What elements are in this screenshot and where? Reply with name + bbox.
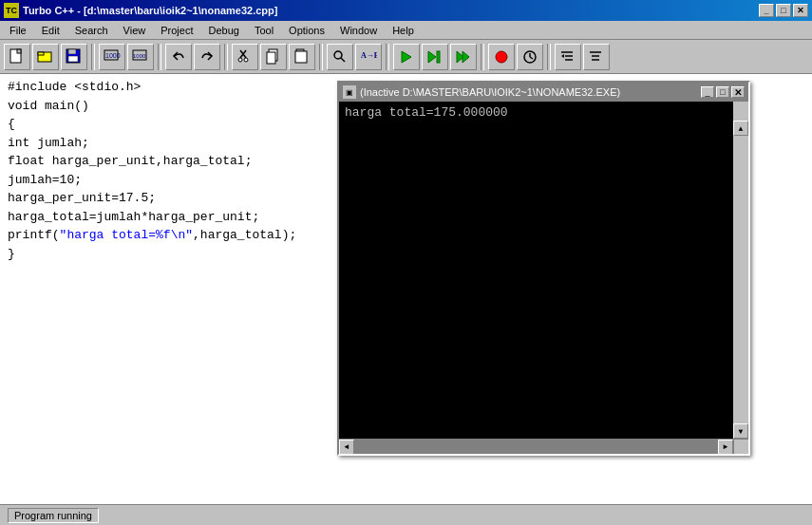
output-window-icon: ▣ <box>343 85 356 99</box>
output-title-buttons: _ □ ✕ <box>701 86 745 98</box>
menu-window[interactable]: Window <box>332 21 385 39</box>
output-title-text: (Inactive D:\MASTER\BARU\IOIK2~1\NONAME3… <box>360 86 620 98</box>
menu-file[interactable]: File <box>2 21 34 39</box>
svg-rect-5 <box>68 49 76 54</box>
output-scrollbar-horizontal[interactable]: ◄ ► <box>339 439 733 454</box>
status-text: Program running <box>8 508 99 523</box>
svg-marker-32 <box>561 54 564 58</box>
toolbar-btn-replace[interactable]: A→B <box>355 44 382 70</box>
menu-options[interactable]: Options <box>281 21 332 39</box>
minimize-button[interactable]: _ <box>759 4 774 17</box>
scroll-right-arrow[interactable]: ► <box>718 440 733 455</box>
output-wrapper: harga total=175.000000 ▲ ▼ ◄ ► <box>339 102 748 454</box>
toolbar-btn-breakpoint[interactable] <box>488 44 515 70</box>
toolbar-open-button[interactable] <box>32 44 59 70</box>
output-close-button[interactable]: ✕ <box>731 86 745 98</box>
svg-text:A→B: A→B <box>361 51 377 60</box>
svg-point-17 <box>334 51 342 59</box>
svg-rect-14 <box>267 52 275 64</box>
toolbar-sep-1 <box>91 44 95 70</box>
toolbar-btn-run[interactable]: 1000 <box>127 44 154 70</box>
menu-project[interactable]: Project <box>153 21 200 39</box>
svg-text:1000: 1000 <box>105 52 121 59</box>
svg-point-11 <box>238 58 242 62</box>
toolbar-btn-indent[interactable] <box>555 44 581 70</box>
toolbar-btn-step2[interactable] <box>450 44 477 70</box>
svg-point-12 <box>244 58 248 62</box>
toolbar-btn-unindent[interactable] <box>583 44 610 70</box>
maximize-button[interactable]: □ <box>776 4 791 17</box>
svg-rect-16 <box>295 51 307 63</box>
menu-tool[interactable]: Tool <box>247 21 281 39</box>
toolbar-btn-copy[interactable] <box>260 44 287 70</box>
scroll-left-arrow[interactable]: ◄ <box>339 440 354 455</box>
toolbar-save-button[interactable] <box>61 44 87 70</box>
menu-view[interactable]: View <box>116 21 154 39</box>
toolbar-btn-cut[interactable] <box>232 44 258 70</box>
output-content: harga total=175.000000 <box>339 102 733 439</box>
toolbar-btn-watch[interactable] <box>517 44 543 70</box>
app-icon: TC <box>4 3 19 18</box>
output-maximize-button[interactable]: □ <box>716 86 729 98</box>
scrollbar-corner <box>733 439 748 454</box>
output-title-bar: ▣ (Inactive D:\MASTER\BARU\IOIK2~1\NONAM… <box>339 83 748 102</box>
menu-help[interactable]: Help <box>385 21 422 39</box>
scroll-up-arrow[interactable]: ▲ <box>733 121 748 136</box>
toolbar-btn-redo[interactable] <box>194 44 220 70</box>
output-scrollbar-vertical[interactable]: ▲ ▼ <box>733 121 748 439</box>
title-bar-buttons: _ □ ✕ <box>759 4 808 17</box>
toolbar-btn-search[interactable] <box>327 44 353 70</box>
toolbar-btn-undo[interactable] <box>165 44 192 70</box>
output-title-left: ▣ (Inactive D:\MASTER\BARU\IOIK2~1\NONAM… <box>343 85 620 99</box>
title-bar-left: TC Turbo C++ - [d:\master\baru\ioik2~1\n… <box>4 3 277 18</box>
svg-point-25 <box>496 51 507 63</box>
toolbar-btn-paste[interactable] <box>289 44 315 70</box>
svg-rect-6 <box>68 56 78 62</box>
toolbar-sep-2 <box>158 44 161 70</box>
toolbar-btn-step[interactable] <box>422 44 448 70</box>
svg-line-18 <box>341 58 345 62</box>
scroll-h-track <box>354 440 718 454</box>
menu-edit[interactable]: Edit <box>34 21 67 39</box>
status-bar: Program running <box>0 504 812 525</box>
toolbar-btn-build[interactable] <box>393 44 420 70</box>
menu-bar: File Edit Search View Project Debug Tool… <box>0 21 812 40</box>
svg-rect-22 <box>437 51 440 63</box>
toolbar-sep-7 <box>547 44 551 70</box>
svg-line-28 <box>530 57 533 59</box>
toolbar-sep-3 <box>224 44 228 70</box>
toolbar: 1000 1000 <box>0 40 812 74</box>
svg-rect-1 <box>17 49 21 53</box>
output-minimize-button[interactable]: _ <box>701 86 714 98</box>
output-text: harga total=175.000000 <box>345 105 508 120</box>
scroll-down-arrow[interactable]: ▼ <box>733 423 748 439</box>
toolbar-sep-6 <box>481 44 484 70</box>
svg-marker-24 <box>463 51 469 63</box>
svg-marker-21 <box>428 51 436 63</box>
toolbar-new-button[interactable] <box>4 44 30 70</box>
menu-debug[interactable]: Debug <box>200 21 246 39</box>
toolbar-sep-4 <box>319 44 323 70</box>
output-window: ▣ (Inactive D:\MASTER\BARU\IOIK2~1\NONAM… <box>337 81 750 456</box>
menu-search[interactable]: Search <box>67 21 116 39</box>
title-bar-text: Turbo C++ - [d:\master\baru\ioik2~1\nona… <box>23 5 277 16</box>
close-button[interactable]: ✕ <box>793 4 808 17</box>
toolbar-btn-compile[interactable]: 1000 <box>99 44 125 70</box>
svg-marker-20 <box>402 51 411 63</box>
toolbar-sep-5 <box>386 44 389 70</box>
title-bar: TC Turbo C++ - [d:\master\baru\ioik2~1\n… <box>0 0 812 21</box>
svg-rect-3 <box>38 52 44 55</box>
svg-text:1000: 1000 <box>133 53 146 59</box>
